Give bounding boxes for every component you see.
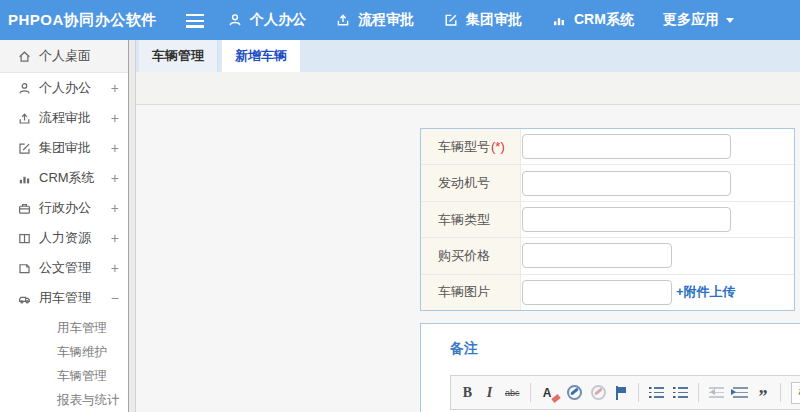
numbered-list-icon (649, 387, 664, 399)
sidebar-item-vehicle-management[interactable]: 用车管理 − (0, 283, 128, 313)
caret-down-icon (726, 18, 734, 27)
menu-toggle-icon[interactable] (186, 14, 204, 28)
sidebar-item-personal-desktop[interactable]: 个人桌面 (0, 40, 128, 73)
sidebar-subitem-vehicle-maintenance[interactable]: 车辆维护 (0, 340, 128, 364)
nav-process-approval[interactable]: 流程审批 (335, 11, 414, 29)
field-value-cell (521, 238, 794, 273)
home-icon (17, 49, 32, 64)
purchase-price-input[interactable] (522, 243, 672, 268)
sidebar-item-human-resources[interactable]: 人力资源 + (0, 223, 128, 253)
strikethrough-button[interactable]: abc (505, 383, 520, 403)
expand-toggle[interactable]: + (111, 170, 119, 186)
car-icon (17, 291, 32, 306)
link-button[interactable] (567, 383, 582, 403)
nav-more-apps[interactable]: 更多应用 (663, 11, 734, 29)
sidebar-item-label: CRM系统 (39, 169, 95, 187)
tab-bar: 车辆管理 新增车辆 (136, 40, 800, 72)
sidebar-item-label: 人力资源 (39, 229, 91, 247)
tab-new-vehicle[interactable]: 新增车辆 (222, 40, 300, 72)
bullet-list-button[interactable] (673, 383, 688, 403)
required-marker: (*) (491, 139, 505, 154)
remark-title: 备注 (450, 340, 478, 358)
sidebar-item-process-approval[interactable]: 流程审批 + (0, 103, 128, 133)
link-icon (567, 385, 582, 400)
vehicle-image-input[interactable] (522, 280, 672, 305)
unlink-button[interactable] (591, 383, 606, 403)
toolbar-separator (638, 383, 639, 402)
form-row: 车辆图片 +附件上传 (421, 275, 794, 310)
user-icon (227, 12, 243, 28)
book-icon (17, 231, 32, 246)
top-navigation: 个人办公 流程审批 集团审批 CRM系统 更多应用 (227, 0, 734, 40)
nav-label: 个人办公 (250, 11, 306, 29)
sidebar-scrollbar[interactable] (128, 40, 136, 412)
vehicle-type-input[interactable] (522, 207, 731, 232)
sidebar-item-admin-office[interactable]: 行政办公 + (0, 193, 128, 223)
outdent-button[interactable] (709, 383, 724, 403)
nav-label: 流程审批 (358, 11, 414, 29)
form-row: 车辆类型 (421, 202, 794, 238)
bold-button[interactable]: B (461, 383, 474, 403)
field-value-cell (521, 202, 794, 237)
sidebar-subitem-reports-statistics[interactable]: 报表与统计 (0, 388, 128, 412)
styles-dropdown[interactable]: 样式 (791, 382, 800, 404)
app-logo: PHPOA协同办公软件 (8, 0, 157, 40)
tab-label: 车辆管理 (152, 47, 204, 65)
expand-toggle[interactable]: + (111, 230, 119, 246)
bullet-list-icon (673, 387, 688, 399)
remove-format-button[interactable]: A (541, 383, 554, 403)
sidebar-item-crm-system[interactable]: CRM系统 + (0, 163, 128, 193)
nav-personal-office[interactable]: 个人办公 (227, 11, 306, 29)
engine-number-input[interactable] (522, 171, 731, 196)
unlink-icon (591, 385, 606, 400)
nav-label: 更多应用 (663, 11, 719, 29)
anchor-button[interactable] (615, 383, 628, 403)
tab-vehicle-management[interactable]: 车辆管理 (139, 40, 218, 72)
remark-panel: 备注 B I abc A ” 样式 (420, 323, 800, 412)
share-icon (335, 12, 351, 28)
label-text: 车辆型号 (438, 138, 490, 156)
sidebar-item-label: 集团审批 (39, 139, 91, 157)
sidebar-subitem-vehicle-use[interactable]: 用车管理 (0, 316, 128, 340)
document-icon (17, 261, 32, 276)
expand-toggle[interactable]: + (111, 110, 119, 126)
expand-toggle[interactable]: + (111, 260, 119, 276)
topbar: PHPOA协同办公软件 个人办公 流程审批 集团审批 CRM系统 更多应用 (0, 0, 800, 40)
indent-button[interactable] (733, 383, 748, 403)
numbered-list-button[interactable] (649, 383, 664, 403)
toolbar-separator (780, 383, 781, 402)
sidebar-item-label: 公文管理 (39, 259, 91, 277)
label-text: 车辆图片 (438, 283, 490, 301)
attachment-upload-link[interactable]: +附件上传 (676, 283, 736, 301)
nav-group-approval[interactable]: 集团审批 (443, 11, 522, 29)
sidebar-submenu: 用车管理 车辆维护 车辆管理 报表与统计 (0, 316, 128, 412)
expand-toggle[interactable]: + (111, 140, 119, 156)
nav-crm-system[interactable]: CRM系统 (551, 11, 634, 29)
sidebar-item-label: 流程审批 (39, 109, 91, 127)
sidebar: 个人桌面 个人办公 + 流程审批 + 集团审批 + CRM系统 + 行政办公 +… (0, 40, 128, 412)
edit-icon (17, 141, 32, 156)
collapse-toggle[interactable]: − (111, 290, 119, 306)
sidebar-subitem-vehicle-management[interactable]: 车辆管理 (0, 364, 128, 388)
italic-button[interactable]: I (483, 383, 496, 403)
toolbar-separator (530, 383, 531, 402)
vehicle-form: 车辆型号(*) 发动机号 车辆类型 (420, 128, 795, 311)
nav-label: CRM系统 (574, 11, 634, 29)
outdent-icon (709, 387, 724, 399)
toolbar-separator (698, 383, 699, 402)
vehicle-model-input[interactable] (522, 134, 731, 159)
field-label-vehicle-image: 车辆图片 (421, 275, 521, 310)
blockquote-button[interactable]: ” (757, 379, 770, 407)
sidebar-item-label: 个人办公 (39, 79, 91, 97)
sidebar-item-label: 用车管理 (39, 289, 91, 307)
briefcase-icon (17, 201, 32, 216)
sidebar-item-group-approval[interactable]: 集团审批 + (0, 133, 128, 163)
field-value-cell (521, 129, 794, 164)
expand-toggle[interactable]: + (111, 200, 119, 216)
expand-toggle[interactable]: + (111, 80, 119, 96)
form-row: 发动机号 (421, 165, 794, 201)
field-value-cell (521, 165, 794, 200)
sidebar-item-document-management[interactable]: 公文管理 + (0, 253, 128, 283)
sidebar-item-personal-office[interactable]: 个人办公 + (0, 73, 128, 103)
form-row: 车辆型号(*) (421, 129, 794, 165)
